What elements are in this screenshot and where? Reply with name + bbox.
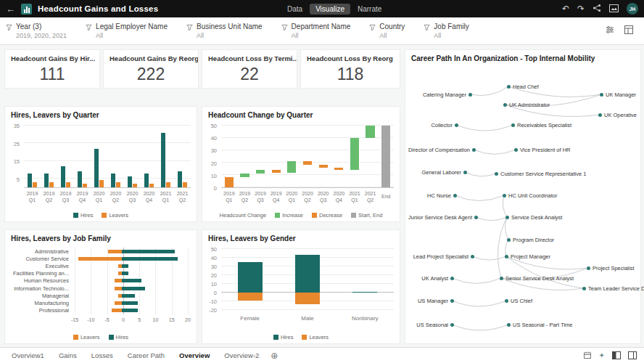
bar-hires[interactable] — [111, 174, 115, 187]
waterfall-bar-increase[interactable] — [256, 170, 265, 174]
filter-item[interactable]: Department NameAll — [281, 23, 351, 39]
career-node[interactable] — [600, 93, 603, 97]
canvas-tab-gains[interactable]: Gains — [51, 348, 84, 363]
bar-hires[interactable] — [61, 166, 65, 187]
legend-item[interactable]: Hires — [109, 334, 129, 340]
bar-hires[interactable] — [78, 171, 82, 187]
bar-row[interactable]: Facilities Planning an... — [11, 270, 188, 277]
bar-row[interactable]: Professional — [11, 307, 188, 314]
bar-leavers[interactable] — [149, 184, 154, 187]
assistant-spark-icon[interactable]: ✦ — [599, 351, 605, 359]
waterfall-bar-increase[interactable] — [350, 138, 359, 170]
legend-item[interactable]: Hires — [73, 212, 94, 219]
career-node[interactable] — [598, 113, 602, 117]
bar-hires[interactable] — [178, 171, 182, 187]
career-node[interactable] — [455, 123, 458, 127]
career-node[interactable] — [495, 172, 498, 176]
career-node[interactable] — [503, 103, 507, 107]
legend-item[interactable]: Start, End — [351, 212, 382, 219]
career-node[interactable] — [472, 148, 476, 152]
career-node[interactable] — [450, 299, 454, 303]
bar-leavers[interactable] — [238, 293, 263, 301]
career-node[interactable] — [587, 266, 590, 270]
bar-hires[interactable] — [122, 272, 128, 275]
waterfall-bar-increase[interactable] — [287, 161, 296, 172]
career-node[interactable] — [453, 194, 457, 197]
career-node[interactable] — [505, 255, 508, 258]
share-icon[interactable] — [593, 4, 601, 14]
bar-hires[interactable] — [122, 250, 175, 253]
bar-row[interactable]: Executive — [11, 263, 188, 269]
career-node[interactable] — [450, 323, 454, 327]
undo-icon[interactable]: ↶ — [562, 4, 569, 13]
career-node[interactable] — [505, 299, 508, 303]
bar-hires[interactable] — [122, 294, 135, 298]
canvas-tab-overview1[interactable]: Overview1 — [4, 348, 51, 363]
bar-group[interactable] — [91, 126, 107, 187]
avatar[interactable]: JH — [627, 3, 638, 15]
kpi-tile[interactable]: Headcount Loss By Termi...22 — [202, 49, 297, 89]
filter-settings-icon[interactable] — [605, 25, 615, 38]
filter-item[interactable]: Year (3)2019, 2020, 2021 — [6, 23, 67, 39]
legend-item[interactable]: Hires — [273, 334, 294, 340]
bar-row[interactable]: Customer Service — [11, 256, 188, 262]
bar-leavers[interactable] — [115, 279, 121, 282]
bar-group[interactable] — [24, 126, 41, 187]
bar-leavers[interactable] — [116, 182, 120, 187]
career-node[interactable] — [450, 277, 454, 280]
bar-row[interactable]: Information Technolo... — [11, 285, 188, 292]
bar-leavers[interactable] — [33, 182, 37, 187]
filter-item[interactable]: Business Unit NameAll — [186, 23, 263, 39]
canvas-tab-overview-2[interactable]: Overview-2 — [217, 348, 266, 363]
bar-hires[interactable] — [161, 133, 165, 187]
filter-item[interactable]: CountryAll — [369, 23, 405, 39]
legend-item[interactable]: Headcount Change — [220, 212, 267, 219]
bar-leavers[interactable] — [133, 184, 137, 187]
bar-leavers[interactable] — [115, 287, 121, 290]
career-node[interactable] — [582, 287, 586, 290]
career-node[interactable] — [503, 194, 506, 197]
legend-item[interactable]: Leavers — [73, 334, 100, 340]
bar-row[interactable]: Manufacturing — [11, 300, 188, 306]
bar-hires[interactable] — [144, 174, 149, 187]
legend-item[interactable]: Decrease — [312, 212, 342, 219]
career-node[interactable] — [511, 123, 515, 127]
canvas-tab-losses[interactable]: Losses — [84, 348, 120, 363]
mode-tab-data[interactable]: Data — [281, 4, 308, 15]
career-node[interactable] — [507, 238, 511, 242]
career-node[interactable] — [474, 216, 478, 219]
waterfall-bar-decrease[interactable] — [334, 168, 343, 170]
career-node[interactable] — [514, 148, 518, 152]
bar-group[interactable] — [74, 126, 91, 187]
bar-group[interactable] — [174, 126, 191, 187]
waterfall-bar-end[interactable] — [381, 126, 390, 187]
visualization-panel-icon[interactable] — [624, 25, 634, 38]
career-node[interactable] — [500, 277, 503, 280]
back-icon[interactable]: ← — [6, 4, 15, 15]
legend-item[interactable]: Increase — [275, 212, 303, 219]
bar-group[interactable] — [124, 126, 141, 187]
bar-hires[interactable] — [94, 149, 99, 187]
filter-item[interactable]: Legal Employer NameAll — [86, 23, 168, 39]
present-icon[interactable] — [609, 4, 619, 14]
waterfall-bar-decrease[interactable] — [303, 161, 312, 165]
career-node[interactable] — [468, 93, 472, 97]
bar-leavers[interactable] — [99, 180, 104, 187]
bar-hires[interactable] — [44, 174, 49, 187]
bar-group[interactable] — [141, 126, 157, 187]
bar-group[interactable] — [157, 126, 174, 187]
career-node[interactable] — [507, 85, 511, 89]
canvas-tab-overview[interactable]: Overview — [172, 348, 217, 363]
bar-leavers[interactable] — [295, 293, 320, 304]
career-node[interactable] — [463, 171, 467, 174]
bar-hires[interactable] — [352, 292, 377, 293]
bar-row[interactable]: Managerial — [11, 293, 188, 299]
kpi-tile[interactable]: Headcount Gains By Hir...111 — [4, 49, 100, 89]
bar-hires[interactable] — [122, 301, 139, 305]
legend-item[interactable]: Leavers — [302, 334, 329, 340]
layout-right-icon[interactable] — [628, 349, 637, 362]
layout-left-icon[interactable] — [612, 349, 621, 362]
career-node[interactable] — [471, 255, 474, 258]
bar-hires[interactable] — [122, 309, 139, 312]
bar-row[interactable]: Human Resources — [11, 277, 188, 284]
